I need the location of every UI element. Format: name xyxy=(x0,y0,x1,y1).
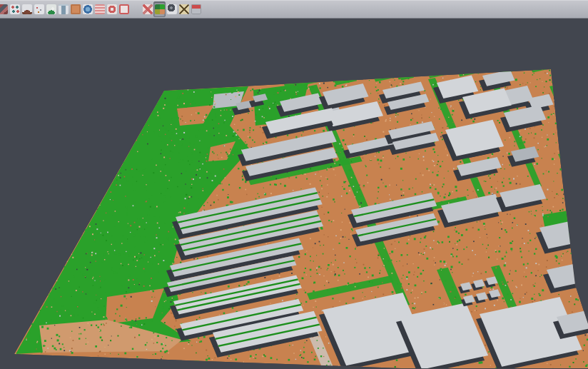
hillshade-brown-icon xyxy=(22,4,32,14)
viewport-3d[interactable] xyxy=(0,19,588,369)
toolbar-hillshade-brown-icon[interactable] xyxy=(21,1,33,17)
layer-list-icon xyxy=(95,4,105,14)
ortho-tile-icon xyxy=(71,4,81,14)
clear-bar-icon xyxy=(191,4,201,14)
toolbar xyxy=(0,0,588,19)
terrain xyxy=(14,65,588,369)
toolbar-profile-column-icon[interactable] xyxy=(57,1,69,17)
toolbar-clip-region-icon[interactable] xyxy=(141,1,153,17)
points-red-icon xyxy=(0,4,8,14)
toolbar-points-red-icon[interactable] xyxy=(0,1,9,17)
thin-points-icon xyxy=(34,4,44,14)
classification-colors-icon xyxy=(155,4,165,14)
toolbar-layer-list-icon[interactable] xyxy=(93,1,106,17)
toolbar-thin-points-icon[interactable] xyxy=(33,1,45,17)
measure-cross-icon xyxy=(179,4,189,14)
toolbar-ortho-tile-icon[interactable] xyxy=(69,1,81,17)
application-window xyxy=(0,0,588,369)
toolbar-terrain-green-icon[interactable] xyxy=(45,1,57,17)
toolbar-globe-icon[interactable] xyxy=(81,1,93,17)
terrain-green-icon xyxy=(46,4,56,14)
extent-brackets-icon xyxy=(119,4,129,14)
toolbar-clear-bar-icon[interactable] xyxy=(190,1,202,17)
toolbar-measure-cross-icon[interactable] xyxy=(178,1,190,17)
render-sphere-icon xyxy=(167,4,177,14)
toolbar-render-sphere-icon[interactable] xyxy=(166,1,178,17)
target-ring-icon xyxy=(107,4,117,14)
toolbar-classification-colors-icon[interactable] xyxy=(153,1,166,17)
toolbar-target-ring-icon[interactable] xyxy=(106,1,118,17)
toolbar-classify-points-icon[interactable] xyxy=(9,1,21,17)
toolbar-extent-brackets-icon[interactable] xyxy=(118,1,130,17)
clip-region-icon xyxy=(143,4,153,14)
globe-icon xyxy=(83,4,93,14)
point-cloud-scene[interactable] xyxy=(0,19,588,369)
profile-column-icon xyxy=(59,4,69,14)
classify-points-icon xyxy=(10,4,20,14)
